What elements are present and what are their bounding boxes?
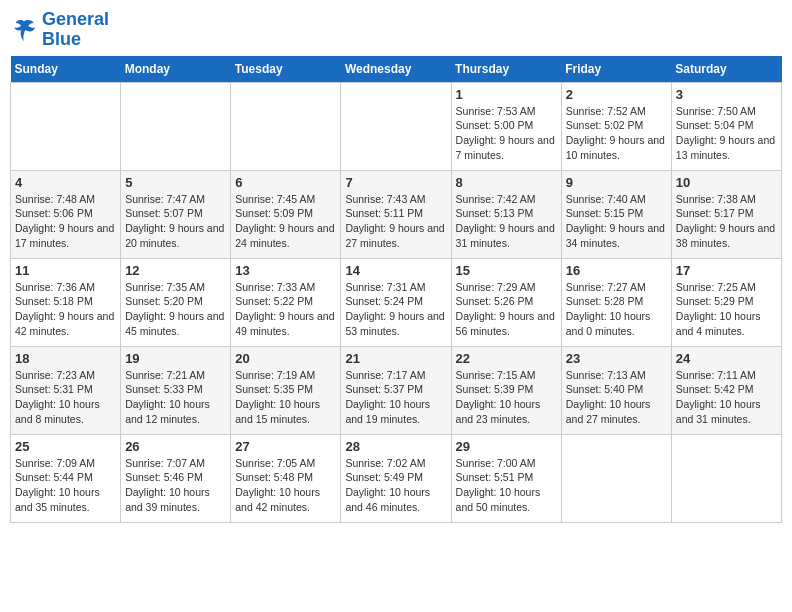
day-number: 13 (235, 263, 336, 278)
day-info: Sunrise: 7:02 AMSunset: 5:49 PMDaylight:… (345, 456, 446, 515)
day-number: 12 (125, 263, 226, 278)
calendar-cell: 29Sunrise: 7:00 AMSunset: 5:51 PMDayligh… (451, 434, 561, 522)
calendar-cell (561, 434, 671, 522)
day-info: Sunrise: 7:00 AMSunset: 5:51 PMDaylight:… (456, 456, 557, 515)
calendar-cell: 3Sunrise: 7:50 AMSunset: 5:04 PMDaylight… (671, 82, 781, 170)
calendar-table: SundayMondayTuesdayWednesdayThursdayFrid… (10, 56, 782, 523)
day-number: 2 (566, 87, 667, 102)
calendar-cell: 10Sunrise: 7:38 AMSunset: 5:17 PMDayligh… (671, 170, 781, 258)
day-number: 19 (125, 351, 226, 366)
day-info: Sunrise: 7:13 AMSunset: 5:40 PMDaylight:… (566, 368, 667, 427)
calendar-cell: 4Sunrise: 7:48 AMSunset: 5:06 PMDaylight… (11, 170, 121, 258)
calendar-week-row: 11Sunrise: 7:36 AMSunset: 5:18 PMDayligh… (11, 258, 782, 346)
day-info: Sunrise: 7:47 AMSunset: 5:07 PMDaylight:… (125, 192, 226, 251)
calendar-cell: 5Sunrise: 7:47 AMSunset: 5:07 PMDaylight… (121, 170, 231, 258)
day-number: 15 (456, 263, 557, 278)
day-number: 11 (15, 263, 116, 278)
day-number: 25 (15, 439, 116, 454)
calendar-cell: 18Sunrise: 7:23 AMSunset: 5:31 PMDayligh… (11, 346, 121, 434)
day-info: Sunrise: 7:33 AMSunset: 5:22 PMDaylight:… (235, 280, 336, 339)
weekday-header-thursday: Thursday (451, 56, 561, 83)
day-number: 1 (456, 87, 557, 102)
calendar-cell: 26Sunrise: 7:07 AMSunset: 5:46 PMDayligh… (121, 434, 231, 522)
day-info: Sunrise: 7:25 AMSunset: 5:29 PMDaylight:… (676, 280, 777, 339)
day-number: 9 (566, 175, 667, 190)
weekday-header-friday: Friday (561, 56, 671, 83)
logo-general: General (42, 9, 109, 29)
day-number: 22 (456, 351, 557, 366)
day-number: 6 (235, 175, 336, 190)
weekday-header-row: SundayMondayTuesdayWednesdayThursdayFrid… (11, 56, 782, 83)
logo: General Blue (10, 10, 109, 50)
weekday-header-sunday: Sunday (11, 56, 121, 83)
calendar-cell: 8Sunrise: 7:42 AMSunset: 5:13 PMDaylight… (451, 170, 561, 258)
day-info: Sunrise: 7:35 AMSunset: 5:20 PMDaylight:… (125, 280, 226, 339)
calendar-cell: 13Sunrise: 7:33 AMSunset: 5:22 PMDayligh… (231, 258, 341, 346)
day-info: Sunrise: 7:53 AMSunset: 5:00 PMDaylight:… (456, 104, 557, 163)
day-info: Sunrise: 7:31 AMSunset: 5:24 PMDaylight:… (345, 280, 446, 339)
day-info: Sunrise: 7:15 AMSunset: 5:39 PMDaylight:… (456, 368, 557, 427)
calendar-week-row: 25Sunrise: 7:09 AMSunset: 5:44 PMDayligh… (11, 434, 782, 522)
calendar-cell: 24Sunrise: 7:11 AMSunset: 5:42 PMDayligh… (671, 346, 781, 434)
calendar-cell: 20Sunrise: 7:19 AMSunset: 5:35 PMDayligh… (231, 346, 341, 434)
calendar-cell: 23Sunrise: 7:13 AMSunset: 5:40 PMDayligh… (561, 346, 671, 434)
logo-text: General Blue (42, 10, 109, 50)
calendar-cell: 12Sunrise: 7:35 AMSunset: 5:20 PMDayligh… (121, 258, 231, 346)
weekday-header-wednesday: Wednesday (341, 56, 451, 83)
day-info: Sunrise: 7:50 AMSunset: 5:04 PMDaylight:… (676, 104, 777, 163)
calendar-cell: 19Sunrise: 7:21 AMSunset: 5:33 PMDayligh… (121, 346, 231, 434)
day-info: Sunrise: 7:07 AMSunset: 5:46 PMDaylight:… (125, 456, 226, 515)
calendar-cell (231, 82, 341, 170)
calendar-cell: 17Sunrise: 7:25 AMSunset: 5:29 PMDayligh… (671, 258, 781, 346)
calendar-cell: 9Sunrise: 7:40 AMSunset: 5:15 PMDaylight… (561, 170, 671, 258)
day-info: Sunrise: 7:48 AMSunset: 5:06 PMDaylight:… (15, 192, 116, 251)
day-info: Sunrise: 7:43 AMSunset: 5:11 PMDaylight:… (345, 192, 446, 251)
day-number: 21 (345, 351, 446, 366)
calendar-cell: 28Sunrise: 7:02 AMSunset: 5:49 PMDayligh… (341, 434, 451, 522)
calendar-cell: 22Sunrise: 7:15 AMSunset: 5:39 PMDayligh… (451, 346, 561, 434)
calendar-cell: 14Sunrise: 7:31 AMSunset: 5:24 PMDayligh… (341, 258, 451, 346)
page-header: General Blue (10, 10, 782, 50)
logo-bird-icon (10, 16, 38, 44)
calendar-cell: 25Sunrise: 7:09 AMSunset: 5:44 PMDayligh… (11, 434, 121, 522)
calendar-cell: 11Sunrise: 7:36 AMSunset: 5:18 PMDayligh… (11, 258, 121, 346)
calendar-week-row: 18Sunrise: 7:23 AMSunset: 5:31 PMDayligh… (11, 346, 782, 434)
calendar-cell (11, 82, 121, 170)
calendar-cell: 6Sunrise: 7:45 AMSunset: 5:09 PMDaylight… (231, 170, 341, 258)
day-number: 24 (676, 351, 777, 366)
day-info: Sunrise: 7:45 AMSunset: 5:09 PMDaylight:… (235, 192, 336, 251)
day-info: Sunrise: 7:29 AMSunset: 5:26 PMDaylight:… (456, 280, 557, 339)
day-number: 7 (345, 175, 446, 190)
day-info: Sunrise: 7:23 AMSunset: 5:31 PMDaylight:… (15, 368, 116, 427)
weekday-header-tuesday: Tuesday (231, 56, 341, 83)
calendar-cell (341, 82, 451, 170)
day-info: Sunrise: 7:42 AMSunset: 5:13 PMDaylight:… (456, 192, 557, 251)
day-number: 4 (15, 175, 116, 190)
day-number: 14 (345, 263, 446, 278)
day-number: 23 (566, 351, 667, 366)
day-info: Sunrise: 7:19 AMSunset: 5:35 PMDaylight:… (235, 368, 336, 427)
calendar-cell (121, 82, 231, 170)
day-number: 8 (456, 175, 557, 190)
day-number: 16 (566, 263, 667, 278)
calendar-cell (671, 434, 781, 522)
day-number: 17 (676, 263, 777, 278)
day-info: Sunrise: 7:36 AMSunset: 5:18 PMDaylight:… (15, 280, 116, 339)
day-info: Sunrise: 7:09 AMSunset: 5:44 PMDaylight:… (15, 456, 116, 515)
calendar-cell: 15Sunrise: 7:29 AMSunset: 5:26 PMDayligh… (451, 258, 561, 346)
day-info: Sunrise: 7:11 AMSunset: 5:42 PMDaylight:… (676, 368, 777, 427)
day-number: 26 (125, 439, 226, 454)
day-info: Sunrise: 7:21 AMSunset: 5:33 PMDaylight:… (125, 368, 226, 427)
weekday-header-monday: Monday (121, 56, 231, 83)
day-info: Sunrise: 7:27 AMSunset: 5:28 PMDaylight:… (566, 280, 667, 339)
logo-blue: Blue (42, 29, 81, 49)
calendar-cell: 2Sunrise: 7:52 AMSunset: 5:02 PMDaylight… (561, 82, 671, 170)
day-number: 5 (125, 175, 226, 190)
calendar-week-row: 1Sunrise: 7:53 AMSunset: 5:00 PMDaylight… (11, 82, 782, 170)
day-info: Sunrise: 7:17 AMSunset: 5:37 PMDaylight:… (345, 368, 446, 427)
day-number: 10 (676, 175, 777, 190)
day-number: 27 (235, 439, 336, 454)
calendar-cell: 7Sunrise: 7:43 AMSunset: 5:11 PMDaylight… (341, 170, 451, 258)
day-number: 29 (456, 439, 557, 454)
calendar-cell: 1Sunrise: 7:53 AMSunset: 5:00 PMDaylight… (451, 82, 561, 170)
